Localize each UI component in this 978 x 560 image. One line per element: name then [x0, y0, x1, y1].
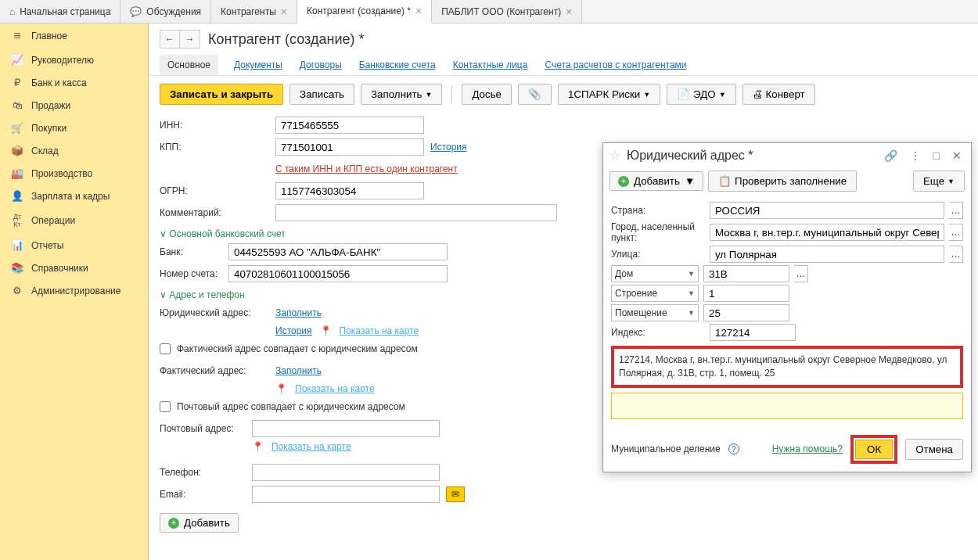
- sidebar-item-catalogs[interactable]: 📚Справочники: [0, 257, 148, 279]
- history-link[interactable]: История: [275, 325, 312, 336]
- close-icon[interactable]: ×: [566, 5, 572, 18]
- house-input[interactable]: [703, 265, 789, 282]
- post-same-checkbox[interactable]: [160, 401, 171, 412]
- sidebar-item-reports[interactable]: 📊Отчеты: [0, 234, 148, 257]
- ok-button[interactable]: ОК: [855, 440, 893, 459]
- star-icon[interactable]: ☆: [609, 148, 620, 163]
- add-contact-button[interactable]: +Добавить: [160, 513, 239, 533]
- edo-button[interactable]: 📄 ЭДО▼: [667, 84, 735, 105]
- help-icon[interactable]: ?: [728, 443, 739, 454]
- chevron-down-icon: ▼: [426, 91, 433, 99]
- ellipsis-button[interactable]: …: [794, 265, 808, 282]
- bank-input[interactable]: [228, 243, 448, 260]
- show-map-link[interactable]: Показать на карте: [295, 383, 375, 394]
- tab-counterparties[interactable]: Контрагенты×: [211, 0, 297, 23]
- toolbar: Записать и закрыть Записать Заполнить▼ Д…: [149, 76, 978, 113]
- attach-button[interactable]: 📎: [518, 84, 552, 105]
- phone-input[interactable]: [252, 464, 440, 481]
- tab-label: Контрагент (создание) *: [307, 5, 411, 16]
- sidebar-item-admin[interactable]: ⚙Администрирование: [0, 279, 148, 302]
- email-label: Email:: [160, 489, 246, 500]
- sidebar-item-manager[interactable]: 📈Руководителю: [0, 48, 148, 71]
- comment-input[interactable]: [275, 204, 557, 221]
- tab-contacts[interactable]: Контактные лица: [451, 55, 530, 75]
- sidebar-item-operations[interactable]: ДтКтОперации: [0, 207, 148, 234]
- maximize-icon[interactable]: □: [930, 149, 943, 162]
- tab-main[interactable]: Основное: [160, 55, 218, 75]
- fill-button[interactable]: Заполнить▼: [361, 84, 442, 105]
- nav-back-button[interactable]: ←: [160, 30, 180, 48]
- fact-same-checkbox[interactable]: [160, 343, 171, 354]
- kpp-input[interactable]: [275, 138, 424, 156]
- sidebar-item-warehouse[interactable]: 📦Склад: [0, 139, 148, 162]
- comment-box[interactable]: [611, 393, 963, 419]
- index-input[interactable]: [710, 324, 796, 341]
- check-fill-button[interactable]: 📋 Проверить заполнение: [708, 171, 857, 192]
- more-icon[interactable]: ⋮: [907, 149, 924, 162]
- ruble-icon: ₽: [11, 77, 23, 88]
- show-map-link[interactable]: Показать на карте: [271, 441, 351, 452]
- country-input[interactable]: [710, 202, 944, 219]
- tab-contracts[interactable]: Договоры: [298, 55, 343, 75]
- tab-home[interactable]: ⌂Начальная страница: [0, 0, 120, 23]
- sidebar-item-bank[interactable]: ₽Банк и касса: [0, 71, 148, 94]
- more-button[interactable]: Еще▼: [913, 171, 965, 192]
- fill-legal-link[interactable]: Заполнить: [275, 307, 322, 318]
- factory-icon: 🏭: [11, 167, 23, 179]
- sidebar-item-label: Отчеты: [31, 240, 63, 251]
- close-icon[interactable]: ✕: [949, 149, 965, 162]
- help-link[interactable]: Нужна помощь?: [772, 443, 843, 454]
- room-select[interactable]: Помещение▼: [611, 304, 699, 321]
- email-input[interactable]: [252, 486, 440, 503]
- tab-counterparty-create[interactable]: Контрагент (создание) *×: [297, 0, 432, 23]
- ellipsis-button[interactable]: …: [949, 246, 963, 263]
- chevron-down-icon: ▼: [643, 91, 650, 99]
- show-map-link[interactable]: Показать на карте: [340, 325, 419, 336]
- duplicate-warning[interactable]: С таким ИНН и КПП есть один контрагент: [275, 163, 458, 174]
- link-icon[interactable]: 🔗: [881, 149, 901, 162]
- history-link[interactable]: История: [430, 142, 467, 153]
- street-input[interactable]: [710, 246, 944, 263]
- ogrn-input[interactable]: [275, 182, 424, 199]
- tab-discuss[interactable]: 💬Обсуждения: [120, 0, 211, 23]
- spark-button[interactable]: 1СПАРК Риски▼: [558, 84, 660, 105]
- plus-icon: +: [618, 176, 629, 187]
- comment-label: Комментарий:: [160, 207, 269, 218]
- tab-documents[interactable]: Документы: [232, 55, 284, 75]
- account-input[interactable]: [228, 265, 448, 282]
- cancel-button[interactable]: Отмена: [905, 439, 963, 460]
- dossier-button[interactable]: Досье: [462, 84, 512, 105]
- tab-settlements[interactable]: Счета расчетов с контрагентами: [543, 55, 688, 75]
- post-addr-input[interactable]: [252, 420, 440, 437]
- convert-button[interactable]: 🖨 Конверт: [742, 84, 815, 105]
- gear-icon: ⚙: [11, 285, 23, 296]
- sidebar-item-purchase[interactable]: 🛒Покупки: [0, 117, 148, 139]
- post-same-label: Почтовый адрес совпадает с юридическим а…: [177, 401, 405, 412]
- building-input[interactable]: [703, 285, 789, 302]
- fill-fact-link[interactable]: Заполнить: [275, 365, 322, 376]
- city-input[interactable]: [710, 224, 944, 241]
- inn-input[interactable]: [275, 117, 424, 134]
- label: Строение: [615, 288, 657, 299]
- ellipsis-button[interactable]: …: [949, 224, 963, 241]
- nav-forward-button[interactable]: →: [180, 30, 200, 48]
- sidebar-item-sales[interactable]: 🛍Продажи: [0, 94, 148, 117]
- close-icon[interactable]: ×: [415, 5, 422, 17]
- tab-label: Начальная страница: [20, 6, 110, 17]
- tab-pablit[interactable]: ПАБЛИТ ООО (Контрагент)×: [432, 0, 582, 23]
- house-select[interactable]: Дом▼: [611, 265, 699, 282]
- plus-icon: +: [168, 518, 179, 529]
- city-label: Город, населенный пункт:: [611, 221, 705, 243]
- building-select[interactable]: Строение▼: [611, 285, 699, 302]
- sidebar-item-production[interactable]: 🏭Производство: [0, 162, 148, 185]
- save-close-button[interactable]: Записать и закрыть: [160, 84, 283, 105]
- sidebar-menu-toggle[interactable]: ≡Главное: [0, 23, 148, 48]
- close-icon[interactable]: ×: [281, 5, 287, 18]
- ellipsis-button[interactable]: …: [949, 202, 963, 219]
- mail-icon[interactable]: ✉: [446, 486, 465, 502]
- save-button[interactable]: Записать: [289, 84, 354, 105]
- sidebar-item-hr[interactable]: 👤Зарплата и кадры: [0, 185, 148, 207]
- popup-add-button[interactable]: +Добавить▼: [609, 171, 703, 191]
- tab-bank-accounts[interactable]: Банковские счета: [358, 55, 437, 75]
- room-input[interactable]: [703, 304, 789, 321]
